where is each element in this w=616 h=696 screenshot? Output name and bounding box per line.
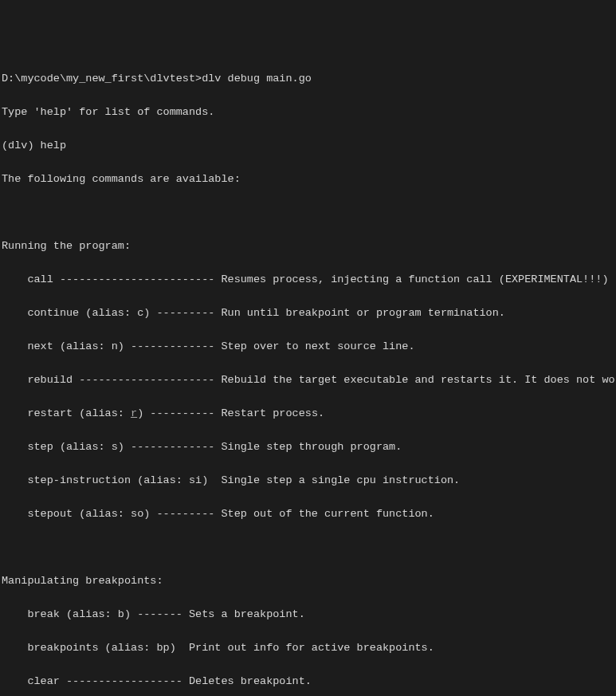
available-header: The following commands are available: xyxy=(2,171,614,187)
cmd-stepout: stepout (alias: so) --------- Step out o… xyxy=(2,505,614,522)
dlv-command: help xyxy=(41,140,66,151)
cmd-step-instruction: step-instruction (alias: si) Single step… xyxy=(2,472,614,489)
cmd-next: next (alias: n) ------------- Step over … xyxy=(2,338,614,355)
section-running-header: Running the program: xyxy=(2,238,614,254)
prompt-path: D:\mycode\my_new_first\dlvtest> xyxy=(2,73,202,85)
cmd-rebuild: rebuild --------------------- Rebuild th… xyxy=(2,372,614,388)
cmd-call: call ------------------------ Resumes pr… xyxy=(2,271,614,288)
restart-pre: restart (alias: xyxy=(2,407,131,419)
prompt-line: D:\mycode\my_new_first\dlvtest>dlv debug… xyxy=(2,70,614,87)
dlv-prompt-line: (dlv) help xyxy=(2,137,614,154)
restart-post: ) ---------- Restart process. xyxy=(137,407,324,419)
cmd-break: break (alias: b) ------- Sets a breakpoi… xyxy=(2,606,614,623)
blank-line xyxy=(2,204,614,221)
cmd-continue: continue (alias: c) --------- Run until … xyxy=(2,305,614,321)
restart-alias-highlight: r xyxy=(131,407,137,419)
cmd-breakpoints: breakpoints (alias: bp) Print out info f… xyxy=(2,639,614,656)
cmd-clear: clear ------------------ Deletes breakpo… xyxy=(2,673,614,690)
section-breakpoints-header: Manipulating breakpoints: xyxy=(2,572,614,589)
cmd-restart: restart (alias: r) ---------- Restart pr… xyxy=(2,405,614,422)
cmd-step: step (alias: s) ------------- Single ste… xyxy=(2,438,614,455)
dlv-prompt: (dlv) xyxy=(2,140,41,151)
prompt-command: dlv debug main.go xyxy=(202,73,312,85)
help-hint: Type 'help' for list of commands. xyxy=(2,104,614,120)
blank-line xyxy=(2,539,614,556)
